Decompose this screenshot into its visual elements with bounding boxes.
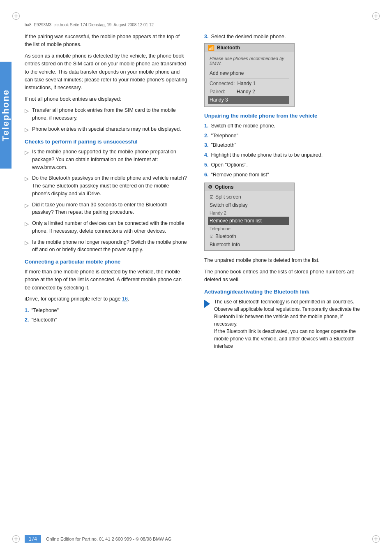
bullet-text: Is the mobile phone no longer responding… <box>32 238 188 254</box>
bullet-arrow-icon: ▷ <box>25 239 29 247</box>
list-item: ▷ Phone book entries with special charac… <box>25 125 188 134</box>
options-icon: ⚙ <box>208 184 212 190</box>
step-number: 1. <box>25 307 29 314</box>
opt-row: ☑ Split screen <box>210 193 289 201</box>
bluetooth-screen-mockup: 📶 Bluetooth Please use phones recommende… <box>204 43 295 107</box>
step-number: 6. <box>204 171 208 179</box>
step-text: "Bluetooth" <box>31 316 57 324</box>
corner-mark-tl <box>12 12 20 20</box>
page-number: 174 <box>25 535 41 543</box>
step-text: "Telephone" <box>31 307 59 314</box>
bullet-arrow-icon: ▷ <box>25 201 29 210</box>
not-displayed-bullets: ▷ Transfer all phone book entries from t… <box>25 106 188 134</box>
screen-hint: Please use phones recommended by BMW. <box>210 55 289 67</box>
list-item: ▷ Did it take you more than 30 seconds t… <box>25 201 188 217</box>
options-screen-mockup: ⚙ Options ☑ Split screen Switch off disp… <box>204 183 295 251</box>
options-title: Options <box>215 184 233 190</box>
step3-list: 3. Select the desired mobile phone. <box>204 33 367 41</box>
list-item: ▷ Only a limited number of devices can b… <box>25 220 188 235</box>
step-number: 4. <box>204 151 208 159</box>
bullet-text: Did it take you more than 30 seconds to … <box>32 201 188 217</box>
bullet-text: Transfer all phone book entries from the… <box>32 106 188 122</box>
screen-title-bar: 📶 Bluetooth <box>205 44 294 52</box>
step-text: "Bluetooth" <box>211 141 236 149</box>
screen-connected-row: Connected: Handy 1 <box>210 79 289 88</box>
screen-selected-item: Handy 3 <box>208 96 289 104</box>
screen-paired-row: Paired: Handy 2 <box>210 88 289 96</box>
idrive-steps: 1. "Telephone" 2. "Bluetooth" <box>25 307 188 324</box>
bullet-text: Is the mobile phone supported by the mob… <box>32 148 188 171</box>
idrive-ref: iDrive, for operating principle refer to… <box>25 295 188 303</box>
list-item: 6. "Remove phone from list" <box>204 171 367 179</box>
screen-add-new: Add new phone <box>210 69 289 77</box>
opt-highlighted-row: Remove phone from list <box>208 217 289 225</box>
step-text: Switch off the mobile phone. <box>211 122 275 130</box>
options-body: ☑ Split screen Switch off display Handy … <box>205 191 294 250</box>
page-footer: 174 Online Edition for Part no. 01 41 2 … <box>25 535 367 543</box>
left-column: If the pairing was successful, the mobil… <box>25 33 192 530</box>
connecting-heading: Connecting a particular mobile phone <box>25 259 188 265</box>
page-header: ba8_E9293M3_cic.book Seite 174 Dienstag,… <box>25 23 367 29</box>
opt-text: Handy 2 <box>210 210 226 215</box>
footer-copyright: Online Edition for Part no. 01 41 2 600 … <box>46 536 171 541</box>
opt-row: Bluetooth Info <box>210 240 289 249</box>
list-item: 1. Switch off the mobile phone. <box>204 122 367 130</box>
header-text: ba8_E9293M3_cic.book Seite 174 Dienstag,… <box>25 23 154 27</box>
bullet-arrow-icon: ▷ <box>25 107 29 115</box>
bluetooth-icon: 📶 <box>208 45 214 51</box>
bullet-arrow-icon: ▷ <box>25 126 29 134</box>
screen-separator <box>210 68 289 68</box>
idrive-page-link[interactable]: 16 <box>122 296 128 302</box>
options-title-bar: ⚙ Options <box>205 183 294 191</box>
step-text: Open "Options". <box>211 161 247 169</box>
main-content: If the pairing was successful, the mobil… <box>25 33 367 530</box>
check-icon: ☑ <box>210 234 214 239</box>
checks-heading: Checks to perform if pairing is unsucces… <box>25 139 188 145</box>
opt-text: Bluetooth <box>215 234 236 239</box>
unpairing-heading: Unpairing the mobile phone from the vehi… <box>204 113 367 119</box>
list-item: 2. "Bluetooth" <box>25 316 188 324</box>
corner-mark-br <box>372 535 380 543</box>
list-item: ▷ Transfer all phone book entries from t… <box>25 106 188 122</box>
corner-mark-bl <box>12 535 20 543</box>
note-triangle-icon <box>204 300 210 308</box>
step-text: "Remove phone from list" <box>211 171 269 179</box>
step-number: 3. <box>204 33 208 41</box>
right-column: 3. Select the desired mobile phone. 📶 Bl… <box>200 33 367 530</box>
connected-label: Connected: <box>210 81 235 86</box>
corner-mark-tr <box>372 12 380 20</box>
opt-row: Switch off display <box>210 201 289 209</box>
after-remove-para2: The phone book entries and the lists of … <box>204 268 367 284</box>
bullet-arrow-icon: ▷ <box>25 175 29 183</box>
opt-text: Bluetooth Info <box>210 242 240 247</box>
list-item: 5. Open "Options". <box>204 161 367 169</box>
opt-section-label: Handy 2 <box>210 209 289 217</box>
side-tab: Telephone <box>0 62 12 169</box>
side-tab-label: Telephone <box>0 89 11 141</box>
list-item: ▷ Is the mobile phone no longer respondi… <box>25 238 188 254</box>
list-item: ▷ Do the Bluetooth passkeys on the mobil… <box>25 174 188 197</box>
screen-separator <box>210 78 289 79</box>
intro-para2: As soon as a mobile phone is detected by… <box>25 52 188 92</box>
step-text: "Telephone" <box>211 132 238 140</box>
step-number: 1. <box>204 122 208 130</box>
opt-text: Split screen <box>215 194 241 200</box>
connecting-para: If more than one mobile phone is detecte… <box>25 268 188 292</box>
opt-text: Switch off display <box>210 202 248 208</box>
list-item: 4. Highlight the mobile phone that is to… <box>204 151 367 159</box>
screen-body: Please use phones recommended by BMW. Ad… <box>205 52 294 106</box>
checks-bullets: ▷ Is the mobile phone supported by the m… <box>25 148 188 254</box>
bullet-text: Only a limited number of devices can be … <box>32 220 188 235</box>
paired-value: Handy 2 <box>237 89 255 95</box>
list-item: 3. Select the desired mobile phone. <box>204 33 367 41</box>
opt-text: Remove phone from list <box>210 218 262 224</box>
step-number: 3. <box>204 141 208 149</box>
after-remove-para1: The unpaired mobile phone is deleted fro… <box>204 257 367 264</box>
unpairing-steps: 1. Switch off the mobile phone. 2. "Tele… <box>204 122 367 179</box>
step-number: 5. <box>204 161 208 169</box>
list-item: 3. "Bluetooth" <box>204 141 367 149</box>
list-item: 2. "Telephone" <box>204 132 367 140</box>
bluetooth-link-heading: Activating/deactivating the Bluetooth li… <box>204 289 367 295</box>
step-text: Select the desired mobile phone. <box>211 33 286 41</box>
bullet-text: Do the Bluetooth passkeys on the mobile … <box>32 174 188 197</box>
